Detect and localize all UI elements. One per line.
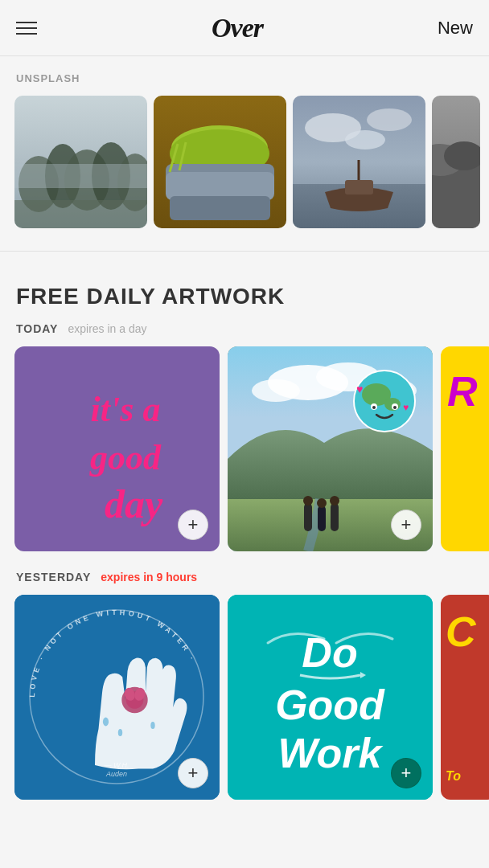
- artwork-card-hand[interactable]: THOUSANDS HAVE LIVED WITHOUT LOVE · NOT …: [14, 595, 220, 800]
- yesterday-section: YESTERDAY expires in 9 hours THOUSANDS H…: [0, 571, 489, 800]
- yesterday-label-row: YESTERDAY expires in 9 hours: [0, 571, 489, 583]
- svg-point-48: [372, 406, 376, 409]
- svg-rect-36: [304, 503, 312, 531]
- today-artwork-row: it's a good day +: [0, 346, 489, 551]
- red-partial-text: C: [446, 611, 476, 653]
- svg-text:♥: ♥: [356, 383, 363, 395]
- artwork-card-dogoodwork[interactable]: Do Good Work +: [228, 595, 433, 800]
- svg-text:day: day: [104, 481, 162, 526]
- today-label-row: TODAY expires in a day: [0, 322, 489, 335]
- svg-rect-38: [318, 506, 326, 531]
- menu-button[interactable]: [16, 22, 37, 35]
- unsplash-photo-2[interactable]: [154, 96, 286, 228]
- add-button-hand[interactable]: +: [178, 758, 208, 788]
- today-label: TODAY: [16, 322, 58, 335]
- svg-point-19: [345, 130, 385, 149]
- misty-forest-image: [14, 96, 147, 228]
- menu-line-2: [16, 27, 37, 29]
- unsplash-section: UNSPLASH: [0, 56, 489, 236]
- svg-rect-12: [166, 172, 274, 200]
- svg-text:Work: Work: [277, 730, 384, 776]
- menu-line-1: [16, 22, 37, 23]
- artwork-card-red-partial[interactable]: C To: [441, 595, 489, 800]
- good-day-text: it's a good day: [29, 357, 206, 542]
- svg-text:Do: Do: [302, 629, 357, 676]
- yellow-partial-text: R: [447, 371, 478, 412]
- unsplash-photos-row: [0, 96, 489, 228]
- svg-text:Good: Good: [275, 682, 385, 728]
- artwork-card-yellow-partial[interactable]: R: [441, 346, 489, 551]
- svg-point-60: [118, 729, 122, 736]
- svg-rect-40: [331, 503, 339, 531]
- free-daily-artwork-section: FREE DAILY ARTWORK TODAY expires in a da…: [0, 252, 489, 808]
- good-day-svg-text: it's a good day: [29, 357, 220, 534]
- today-expires: expires in a day: [68, 322, 146, 335]
- bottom-space: [0, 808, 489, 824]
- unsplash-photo-4[interactable]: [432, 96, 480, 228]
- svg-rect-7: [14, 200, 147, 228]
- svg-point-41: [330, 496, 339, 506]
- rocks-image: [432, 96, 480, 228]
- unsplash-label: UNSPLASH: [0, 72, 489, 84]
- svg-text:Auden: Auden: [105, 770, 127, 778]
- app-header: Over New: [0, 0, 489, 56]
- svg-point-18: [367, 108, 412, 131]
- svg-point-49: [393, 406, 397, 409]
- unsplash-photo-1[interactable]: [14, 96, 147, 228]
- yesterday-label: YESTERDAY: [16, 571, 91, 583]
- svg-point-37: [303, 496, 313, 506]
- svg-point-33: [252, 379, 300, 402]
- svg-text:— W.H.: — W.H.: [103, 761, 129, 769]
- svg-rect-15: [170, 196, 270, 220]
- svg-point-59: [103, 718, 109, 727]
- svg-point-39: [317, 498, 327, 508]
- abandoned-boat-image: [293, 96, 425, 228]
- unsplash-photo-3[interactable]: [293, 96, 425, 228]
- svg-rect-6: [14, 164, 147, 188]
- svg-point-61: [150, 722, 154, 729]
- new-button[interactable]: New: [438, 18, 473, 39]
- svg-text:it's a: it's a: [90, 390, 160, 429]
- knit-fabric-image: [154, 96, 286, 228]
- app-title: Over: [212, 13, 263, 43]
- yesterday-artwork-row: THOUSANDS HAVE LIVED WITHOUT LOVE · NOT …: [0, 595, 489, 800]
- add-button-dogoodwork[interactable]: +: [391, 758, 421, 788]
- svg-text:♥: ♥: [403, 402, 409, 413]
- svg-rect-22: [345, 180, 373, 194]
- svg-text:good: good: [89, 438, 162, 477]
- artwork-card-nature[interactable]: ♥ ♥ +: [228, 346, 433, 551]
- fda-title: FREE DAILY ARTWORK: [0, 268, 489, 322]
- artwork-card-good-day[interactable]: it's a good day +: [14, 346, 220, 551]
- add-button-good-day[interactable]: +: [178, 510, 208, 540]
- yesterday-expires: expires in 9 hours: [101, 571, 197, 583]
- menu-line-3: [16, 33, 37, 35]
- add-button-nature[interactable]: +: [391, 510, 421, 540]
